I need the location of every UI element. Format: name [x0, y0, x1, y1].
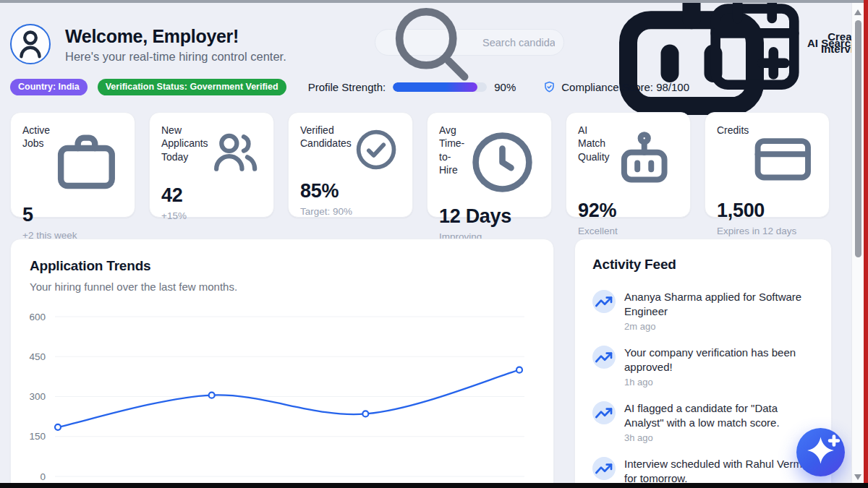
activity-feed-list: Ananya Sharma applied for Software Engin… — [592, 290, 814, 486]
avatar — [10, 24, 51, 64]
search-input[interactable] — [482, 37, 555, 48]
scroll-up-arrow-icon[interactable] — [854, 9, 861, 15]
stat-label: Credits — [717, 124, 749, 137]
stat-card: Active Jobs5+2 this week — [10, 112, 135, 218]
stat-value: 1,500 — [717, 200, 817, 222]
activity-feed-title: Activity Feed — [592, 257, 814, 273]
stat-value: 42 — [161, 184, 262, 207]
chart-subtitle: Your hiring funnel over the last few mon… — [30, 281, 535, 293]
stat-card: Verified Candidates85%Target: 90% — [288, 112, 413, 218]
create-interview-button[interactable]: Create Interview — [696, 32, 868, 53]
feed-item: Your company verification has been appro… — [592, 346, 814, 388]
application-trends-card: Application Trends Your hiring funnel ov… — [10, 239, 554, 488]
sparkles-icon — [796, 428, 845, 476]
svg-text:150: 150 — [29, 431, 46, 442]
users-icon — [208, 125, 262, 179]
stat-value: 85% — [300, 180, 401, 202]
stat-label: New Applicants Today — [161, 124, 208, 163]
briefcase-icon — [50, 125, 123, 198]
scrollbar-thumb[interactable] — [855, 20, 861, 257]
stat-label: Avg Time-to-Hire — [439, 124, 465, 177]
stat-subtext: +15% — [161, 210, 262, 221]
person-icon — [12, 25, 49, 63]
page-subtitle: Here's your real-time hiring control cen… — [65, 50, 286, 64]
stat-card: New Applicants Today42+15% — [149, 112, 274, 218]
feed-item-time: 2m ago — [624, 321, 814, 332]
profile-strength-bar — [393, 82, 487, 92]
trend-line-chart: 0150300450600 — [11, 239, 555, 488]
scrollbar[interactable] — [851, 3, 864, 483]
ai-assistant-fab[interactable] — [796, 428, 845, 476]
trending-up-icon — [592, 401, 616, 424]
trending-up-icon — [592, 290, 616, 313]
stat-value: 5 — [22, 204, 123, 226]
profile-strength-label: Profile Strength: — [308, 81, 386, 93]
feed-item: AI flagged a candidate for "Data Analyst… — [592, 401, 814, 443]
stat-label: Verified Candidates — [300, 124, 352, 150]
trending-up-icon — [592, 457, 616, 480]
feed-item-text: Your company verification has been appro… — [624, 346, 814, 374]
feed-item: Interview scheduled with Rahul Verma for… — [592, 457, 814, 486]
feed-item-text: Interview scheduled with Rahul Verma for… — [624, 457, 814, 486]
stat-label: AI Match Quality — [578, 124, 610, 163]
window-top-edge — [0, 0, 868, 3]
svg-text:0: 0 — [40, 471, 46, 482]
bot-icon — [610, 125, 678, 194]
window-right-edge — [864, 0, 868, 488]
shield-check-icon — [542, 80, 556, 94]
stat-card: Credits1,500Expires in 12 days — [705, 112, 830, 218]
stat-cards-row: Active Jobs5+2 this weekNew Applicants T… — [10, 112, 830, 218]
status-bar: Country: India Verification Status: Gove… — [10, 77, 689, 96]
stat-value: 12 Days — [439, 205, 540, 228]
trending-up-icon — [592, 346, 616, 369]
search-bar[interactable] — [375, 29, 564, 56]
stat-card: AI Match Quality92%Excellent — [566, 112, 691, 218]
page-title: Welcome, Employer! — [65, 26, 239, 47]
stat-subtext: Target: 90% — [300, 206, 401, 217]
employer-dashboard: Welcome, Employer! Here's your real-time… — [0, 0, 868, 488]
clock-icon — [465, 125, 540, 200]
svg-text:300: 300 — [29, 391, 46, 402]
country-badge: Country: India — [10, 79, 88, 95]
stat-card: Avg Time-to-Hire12 DaysImproving — [427, 112, 552, 218]
verification-badge: Verification Status: Government Verified — [98, 79, 286, 95]
stat-value: 92% — [578, 200, 678, 222]
stat-subtext: Expires in 12 days — [717, 226, 817, 236]
calendar-plus-icon — [696, 0, 814, 101]
check-circle-icon — [352, 125, 401, 174]
svg-text:600: 600 — [29, 312, 46, 322]
activity-feed-card: Activity Feed Ananya Sharma applied for … — [574, 239, 832, 488]
stat-label: Active Jobs — [22, 124, 50, 150]
stat-subtext: Excellent — [578, 226, 678, 236]
search-icon — [384, 0, 476, 88]
compliance-score: Compliance Score: 98/100 — [561, 81, 689, 93]
svg-text:450: 450 — [29, 351, 46, 362]
chart-title: Application Trends — [30, 258, 535, 274]
feed-item-time: 3h ago — [624, 432, 814, 443]
feed-item-text: Ananya Sharma applied for Software Engin… — [624, 290, 814, 319]
window-bottom-edge — [0, 483, 868, 488]
credit-card-icon — [749, 125, 817, 194]
feed-item-time: 1h ago — [624, 377, 814, 388]
feed-item: Ananya Sharma applied for Software Engin… — [592, 290, 814, 332]
feed-item-text: AI flagged a candidate for "Data Analyst… — [624, 401, 814, 430]
profile-strength-percent: 90% — [494, 81, 516, 93]
scroll-down-arrow-icon[interactable] — [854, 474, 861, 480]
